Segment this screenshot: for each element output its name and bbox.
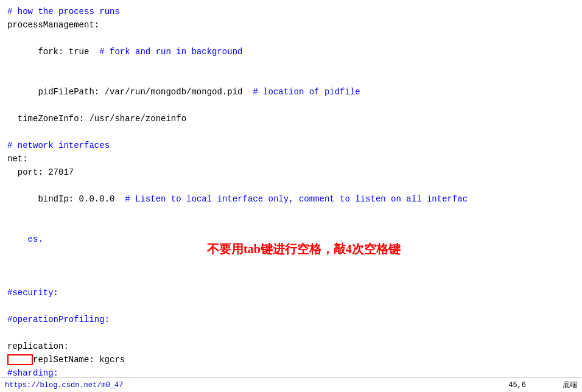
code-line-10: bindIp: 0.0.0.0 # Listen to local interf…: [7, 179, 575, 219]
code-line-13: #security:: [7, 286, 575, 299]
code-line-15: #operationProfiling:: [7, 313, 575, 326]
editor-mode: 底端: [563, 380, 577, 390]
red-box-indicator: [7, 354, 33, 365]
code-line-11: [7, 259, 575, 273]
code-line-3: fork: true # fork and run in background: [7, 32, 575, 72]
status-url: https://blog.csdn.net/m0_47: [5, 381, 123, 390]
code-line-6: [7, 125, 575, 139]
code-line-19: #sharding:: [7, 366, 575, 377]
code-line-14: [7, 299, 575, 313]
status-position-area: 45,6 底端: [508, 380, 577, 390]
annotation-text: 不要用tab键进行空格，敲4次空格键: [207, 241, 401, 257]
code-line-7: # network interfaces: [7, 139, 575, 152]
code-line-12: [7, 273, 575, 286]
code-line-18: replSetName: kgcrs: [7, 353, 575, 366]
status-bar: https://blog.csdn.net/m0_47 45,6 底端: [0, 377, 582, 392]
code-line-4: pidFilePath: /var/run/mongodb/mongod.pid…: [7, 72, 575, 112]
code-line-5: timeZoneInfo: /usr/share/zoneinfo: [7, 112, 575, 125]
code-line-17: replication:: [7, 340, 575, 353]
code-line-2: processManagement:: [7, 18, 575, 32]
code-line-1: # how the process runs: [7, 5, 575, 18]
code-line-8: net:: [7, 152, 575, 166]
cursor-position: 45,6: [508, 381, 526, 390]
code-line-16: [7, 326, 575, 340]
editor-area: # how the process runs processManagement…: [0, 0, 582, 377]
code-line-9: port: 27017: [7, 166, 575, 179]
